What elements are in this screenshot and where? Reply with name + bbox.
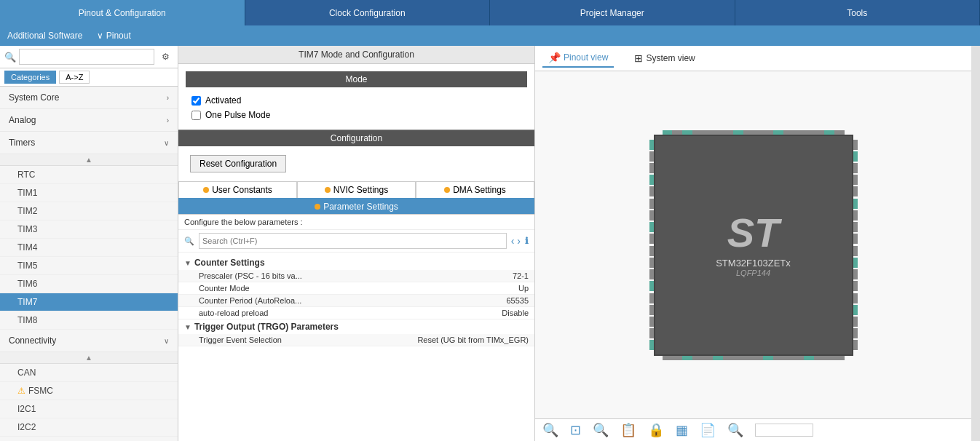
tab-az[interactable]: A->Z bbox=[59, 71, 90, 84]
pin-v bbox=[649, 199, 654, 209]
sidebar-item-tim5[interactable]: TIM5 bbox=[0, 257, 178, 275]
config-section: Configuration Reset Configuration User C… bbox=[178, 130, 534, 441]
export-button[interactable]: 📄 bbox=[700, 422, 716, 438]
param-dot bbox=[315, 204, 320, 210]
sidebar-item-tim8[interactable]: TIM8 bbox=[0, 311, 178, 330]
dma-dot bbox=[444, 187, 450, 193]
tab-parameter-settings[interactable]: Parameter Settings bbox=[178, 199, 534, 215]
pin-v bbox=[649, 234, 654, 244]
category-system-core[interactable]: System Core › bbox=[0, 87, 178, 109]
search-input[interactable] bbox=[19, 49, 154, 65]
tab-clock[interactable]: Clock Configuration bbox=[245, 0, 491, 25]
left-panel: 🔍 ⚙ Categories A->Z System Core › Analog… bbox=[0, 46, 178, 441]
pin bbox=[733, 356, 743, 360]
sidebar-item-tim2[interactable]: TIM2 bbox=[0, 202, 178, 220]
left-pins bbox=[641, 140, 654, 351]
zoom-out-button[interactable]: 🔍 bbox=[542, 422, 558, 438]
pin bbox=[723, 356, 733, 360]
sidebar-item-tim1[interactable]: TIM1 bbox=[0, 184, 178, 202]
search-prev-button[interactable]: ‹ bbox=[511, 235, 515, 247]
activated-label[interactable]: Activated bbox=[205, 95, 241, 106]
chip-view: ST STM32F103ZETx LQFP144 bbox=[535, 71, 971, 418]
sidebar-item-tim3[interactable]: TIM3 bbox=[0, 220, 178, 239]
middle-panel: TIM7 Mode and Configuration Mode Activat… bbox=[178, 46, 535, 441]
pin-v bbox=[649, 293, 654, 303]
zoom-in-button[interactable]: 🔍 bbox=[593, 422, 609, 438]
left-panel-tabs: Categories A->Z bbox=[0, 68, 178, 87]
right-scrollbar[interactable] bbox=[971, 46, 980, 441]
search-next-button[interactable]: › bbox=[517, 235, 521, 247]
category-connectivity[interactable]: Connectivity ∨ bbox=[0, 330, 178, 352]
chip-name: STM32F103ZETx bbox=[716, 258, 791, 269]
tab-pinout[interactable]: Pinout & Configuration bbox=[0, 0, 245, 25]
info-icon[interactable]: ℹ bbox=[525, 236, 529, 246]
top-pins bbox=[663, 122, 845, 135]
sidebar-item-tim4[interactable]: TIM4 bbox=[0, 239, 178, 257]
gear-icon[interactable]: ⚙ bbox=[157, 49, 173, 65]
sidebar-item-can[interactable]: CAN bbox=[0, 364, 178, 382]
mode-section: Mode Activated One Pulse Mode bbox=[178, 64, 534, 130]
main-layout: 🔍 ⚙ Categories A->Z System Core › Analog… bbox=[0, 46, 980, 441]
sidebar-item-rtc[interactable]: RTC bbox=[0, 166, 178, 184]
param-tree: ▼ Counter Settings Prescaler (PSC - 16 b… bbox=[178, 253, 534, 441]
pin-v bbox=[853, 258, 858, 268]
grid-button[interactable]: ▦ bbox=[676, 422, 688, 438]
param-search-input[interactable] bbox=[199, 233, 507, 249]
search-chip-button[interactable]: 🔍 bbox=[727, 422, 743, 438]
pin-v bbox=[853, 151, 858, 162]
sidebar-item-fsmc[interactable]: ⚠ FSMC bbox=[0, 382, 178, 400]
pin-v bbox=[853, 246, 858, 256]
pin-v bbox=[649, 281, 654, 291]
tab-project[interactable]: Project Manager bbox=[490, 0, 735, 25]
tab-tools[interactable]: Tools bbox=[735, 0, 981, 25]
tab-categories[interactable]: Categories bbox=[4, 71, 56, 84]
secondary-nav-software[interactable]: Additional Software bbox=[7, 31, 82, 41]
configure-text: Configure the below parameters : bbox=[178, 215, 534, 230]
tab-nvic-settings[interactable]: NVIC Settings bbox=[297, 181, 416, 198]
right-pins bbox=[853, 140, 866, 351]
tab-pinout-view[interactable]: 📌 Pinout view bbox=[542, 49, 614, 68]
pin-v bbox=[649, 175, 654, 185]
sidebar-item-i2c2[interactable]: I2C2 bbox=[0, 418, 178, 437]
pin-v bbox=[649, 305, 654, 315]
pin bbox=[834, 356, 845, 360]
bottom-pins bbox=[663, 356, 845, 369]
pin-v bbox=[853, 140, 858, 150]
tab-user-constants[interactable]: User Constants bbox=[178, 181, 297, 198]
chip-body: ST STM32F103ZETx LQFP144 bbox=[654, 135, 853, 356]
sidebar-item-i2c1[interactable]: I2C1 bbox=[0, 400, 178, 418]
one-pulse-checkbox[interactable] bbox=[191, 111, 201, 120]
system-view-icon: ⊞ bbox=[634, 52, 643, 64]
panel-title: TIM7 Mode and Configuration bbox=[178, 46, 534, 64]
right-panel: 📌 Pinout view ⊞ System view ST STM32F103… bbox=[535, 46, 971, 441]
timers-scroll-up[interactable]: ▲ bbox=[0, 154, 178, 166]
activated-checkbox[interactable] bbox=[191, 96, 201, 106]
lock-button[interactable]: 🔒 bbox=[648, 422, 664, 438]
copy-button[interactable]: 📋 bbox=[620, 422, 636, 438]
activated-row: Activated bbox=[186, 93, 527, 108]
trgo-header[interactable]: ▼ Trigger Output (TRGO) Parameters bbox=[178, 319, 534, 334]
one-pulse-label[interactable]: One Pulse Mode bbox=[205, 110, 270, 120]
pin bbox=[783, 356, 794, 360]
category-timers[interactable]: Timers ∨ bbox=[0, 132, 178, 154]
pin-v bbox=[649, 340, 654, 350]
pin-v bbox=[853, 210, 858, 220]
category-analog[interactable]: Analog › bbox=[0, 109, 178, 132]
pin bbox=[672, 356, 682, 360]
left-panel-header: 🔍 ⚙ bbox=[0, 46, 178, 68]
pin-v bbox=[853, 222, 858, 232]
warning-icon: ⚠ bbox=[17, 386, 25, 396]
counter-settings-header[interactable]: ▼ Counter Settings bbox=[178, 255, 534, 270]
sidebar-item-tim7[interactable]: TIM7 bbox=[0, 293, 178, 311]
trgo-group: ▼ Trigger Output (TRGO) Parameters Trigg… bbox=[178, 319, 534, 346]
fit-button[interactable]: ⊡ bbox=[570, 422, 581, 438]
pinout-view-icon: 📌 bbox=[548, 52, 561, 63]
tab-system-view[interactable]: ⊞ System view bbox=[628, 49, 700, 67]
reset-config-button[interactable]: Reset Configuration bbox=[190, 155, 286, 172]
toolbar-search-input[interactable] bbox=[755, 424, 813, 437]
search-icon: 🔍 bbox=[4, 52, 16, 63]
secondary-nav-pinout[interactable]: ∨ Pinout bbox=[97, 31, 130, 41]
connectivity-scroll-up[interactable]: ▲ bbox=[0, 352, 178, 364]
sidebar-item-tim6[interactable]: TIM6 bbox=[0, 275, 178, 293]
tab-dma-settings[interactable]: DMA Settings bbox=[416, 181, 534, 198]
